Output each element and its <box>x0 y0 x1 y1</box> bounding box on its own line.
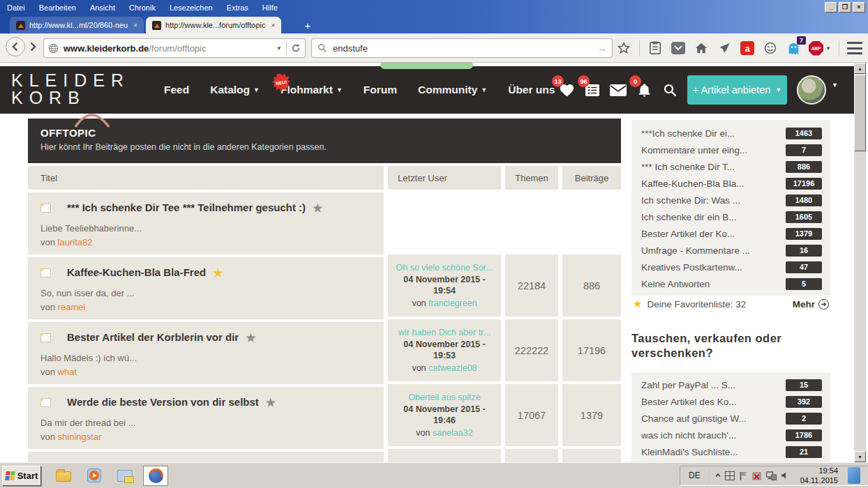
pocket-icon[interactable] <box>671 40 686 56</box>
topic-title[interactable]: *** Ich schenke Dir Tee *** Teilnehmer g… <box>67 201 322 213</box>
chat-smiley-icon[interactable] <box>763 40 778 56</box>
sidebar-topic-item[interactable]: Ich schenke dir ein B... 1605 <box>631 208 830 225</box>
mail-icon[interactable] <box>610 82 627 98</box>
close-button[interactable]: × <box>853 2 865 13</box>
minimize-button[interactable]: _ <box>825 2 837 13</box>
sidebar-topic-item[interactable]: *** Ich schenke Dir T... 886 <box>631 158 830 175</box>
topic-author-link[interactable]: laurita82 <box>58 237 93 247</box>
send-tab-icon[interactable] <box>717 40 732 56</box>
scroll-down-icon[interactable]: ▼ <box>854 451 866 462</box>
topic-cell[interactable]: Werde die beste Version von dir selbst★ … <box>28 387 384 449</box>
favorite-star-icon[interactable]: ★ <box>266 397 276 409</box>
sidebar-topic-item[interactable]: KleinMadi's Suchliste... 21 <box>631 443 830 460</box>
firefox-taskbar-icon[interactable] <box>143 466 168 486</box>
bell-icon[interactable]: 0 <box>636 82 652 98</box>
scrollbar-thumb[interactable] <box>854 75 866 151</box>
site-search-icon[interactable] <box>661 82 678 98</box>
adblock-plus-icon[interactable]: ABP ▼ <box>809 40 831 56</box>
sidebar-topic-item[interactable]: Kommentare unter eing... 7 <box>631 142 830 158</box>
back-button[interactable] <box>6 37 25 56</box>
topic-author-link[interactable]: what <box>58 367 77 377</box>
site-nav-item[interactable]: Community ▼ <box>418 84 487 96</box>
page-scrollbar[interactable]: ▲ ▼ <box>854 63 866 462</box>
column-header-titel[interactable]: Titel <box>28 166 384 190</box>
volume-icon[interactable] <box>781 471 789 480</box>
sidebar-topic-item[interactable]: Bester Artikel des Ko... 392 <box>631 393 830 410</box>
tray-clock[interactable]: 19:54 04.11.2015 <box>795 466 838 486</box>
sidebar-topic-item[interactable]: Zahl per PayPal ... S... 15 <box>631 376 830 393</box>
sidebar-topic-item[interactable]: Chance auf günstige W... 2 <box>631 410 830 427</box>
browser-tab[interactable]: http://www.kle...forum/offtopic × <box>146 17 281 33</box>
sidebar-topic-item[interactable]: was ich nicht brauch'... 1786 <box>631 427 830 443</box>
sidebar-topic-item[interactable]: ***Ich schenke Dir ei... 1463 <box>631 125 830 142</box>
reload-icon[interactable] <box>291 43 301 53</box>
topic-cell[interactable]: *** Ich schenke Dir Tee *** Teilnehmer g… <box>28 192 384 254</box>
menu-item[interactable]: Hilfe <box>262 3 278 12</box>
security-alert-icon[interactable] <box>752 471 762 480</box>
restore-button[interactable]: ❐ <box>839 2 851 13</box>
search-bar[interactable]: endstufe → <box>311 38 613 58</box>
favorite-star-icon[interactable]: ★ <box>246 332 255 344</box>
menu-hamburger-icon[interactable] <box>847 40 862 56</box>
menu-item[interactable]: Ansicht <box>90 3 115 12</box>
user-menu-caret-icon[interactable]: ▼ <box>832 82 838 89</box>
avira-icon[interactable]: a <box>740 40 755 56</box>
start-button[interactable]: Start <box>2 466 41 486</box>
column-header-letzter-user[interactable]: Letzter User <box>388 166 501 190</box>
topic-title[interactable]: Werde die beste Version von dir selbst★ <box>67 396 276 408</box>
forward-button[interactable] <box>27 41 38 55</box>
topic-title[interactable]: Kaffee-Kuchen-Bla Bla-Fred★ <box>67 266 223 278</box>
sidebar-topic-item[interactable]: Kreatives Postkartenw... 47 <box>631 259 830 275</box>
ghostery-icon[interactable]: 7 <box>786 40 801 56</box>
scroll-up-icon[interactable]: ▲ <box>854 63 866 74</box>
url-bar[interactable]: www.kleiderkorb.de/forum/offtopic ▼ <box>43 38 306 58</box>
bookmark-star-icon[interactable] <box>616 40 631 56</box>
sidebar-topic-item[interactable]: Kaffee-Kuchen-Bla Bla... 17196 <box>631 175 830 192</box>
more-link[interactable]: Mehr ➜ <box>793 299 829 310</box>
topic-cell[interactable]: Bester Artikel der Korblerin vor dir★ Ha… <box>28 322 384 384</box>
home-icon[interactable] <box>694 40 709 56</box>
add-article-button[interactable]: + Artikel anbieten▼ <box>687 75 787 105</box>
tab-close-icon[interactable]: × <box>271 22 276 29</box>
topic-author-link[interactable]: shiningstar <box>58 432 102 442</box>
menu-item[interactable]: Chronik <box>129 3 156 12</box>
menu-item[interactable]: Extras <box>227 3 248 12</box>
topic-title[interactable]: Bester Artikel der Korblerin vor dir★ <box>67 331 256 343</box>
site-nav-item[interactable]: Feed ▼ <box>164 84 189 96</box>
favorite-star-icon[interactable]: ★ <box>313 202 322 214</box>
new-tab-button[interactable]: + <box>299 18 317 32</box>
url-dropdown-icon[interactable]: ▼ <box>276 45 282 52</box>
site-nav-item[interactable]: NEU! Flohmarkt ▼ <box>280 84 343 96</box>
menu-item[interactable]: Lesezeichen <box>170 3 213 12</box>
favorites-heart-icon[interactable]: 13 <box>558 82 575 98</box>
topic-author-link[interactable]: reamei <box>58 302 86 312</box>
sidebar-topic-item[interactable]: Keine Antworten 5 <box>631 275 830 292</box>
flag-icon[interactable] <box>739 471 748 480</box>
menu-item[interactable]: Datei <box>7 3 25 12</box>
favorites-label[interactable]: Deine Favoritenliste: 32 <box>647 299 746 310</box>
column-header-beitraege[interactable]: Beiträge <box>562 166 621 190</box>
tab-close-icon[interactable]: × <box>133 22 137 29</box>
site-nav-item[interactable]: Forum ▼ <box>364 84 397 96</box>
network-icon[interactable] <box>766 471 777 480</box>
explorer-folder-icon[interactable] <box>51 466 76 486</box>
window-pane-icon[interactable] <box>725 471 735 480</box>
hide-icons-chevron[interactable] <box>715 473 721 478</box>
browser-tab[interactable]: http://www.kl...ml/20/860-neu × <box>10 17 144 33</box>
show-desktop-icon[interactable] <box>848 467 860 484</box>
site-logo[interactable]: KLEIDER KORB <box>11 72 130 106</box>
site-nav-item[interactable]: Katalog ▼ <box>210 84 260 96</box>
topic-cell[interactable]: Kaffee-Kuchen-Bla Bla-Fred★ So, nun isse… <box>28 257 384 319</box>
sidebar-topic-item[interactable]: Ich schenke Dir: Was ... 1480 <box>631 192 830 208</box>
language-indicator[interactable]: DE <box>686 471 703 480</box>
column-header-themen[interactable]: Themen <box>505 166 558 190</box>
menu-item[interactable]: Bearbeiten <box>39 3 76 12</box>
photo-viewer-icon[interactable] <box>112 466 137 486</box>
search-go-icon[interactable]: → <box>597 43 606 54</box>
media-player-icon[interactable] <box>82 466 107 486</box>
sidebar-topic-item[interactable]: Umfrage - Kommentare ... 16 <box>631 242 830 259</box>
activity-list-icon[interactable]: 96 <box>584 82 601 98</box>
user-avatar[interactable] <box>797 75 826 105</box>
sidebar-topic-item[interactable]: Bester Artikel der Ko... 1379 <box>631 225 830 242</box>
reading-list-icon[interactable] <box>648 40 663 56</box>
